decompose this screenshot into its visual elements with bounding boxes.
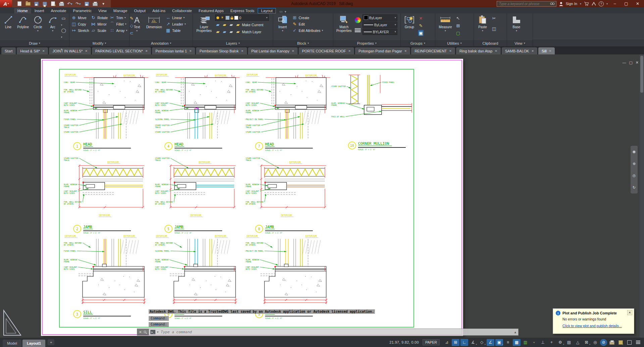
scrollbar-thumb[interactable] (640, 56, 643, 93)
vertical-scrollbar[interactable] (640, 54, 644, 338)
command-customize-icon[interactable] (144, 331, 147, 334)
panel-label-clipboard[interactable]: Clipboard (474, 40, 507, 46)
scale-button[interactable]: ▱Scale (91, 27, 108, 34)
command-close-icon[interactable]: ✕ (139, 330, 142, 334)
cut-button[interactable]: ✂ (491, 15, 497, 21)
circle-dropdown-icon[interactable]: ▾ (37, 29, 39, 33)
file-tab-ring-balok-dan-atap[interactable]: Ring balok dan Atap✕ (456, 47, 501, 54)
insert-button[interactable]: Insert▾ (275, 14, 290, 33)
ribbon-tab-express-tools[interactable]: Express Tools (227, 8, 258, 13)
layer-select[interactable]: ☀ 0 ▾ (215, 14, 269, 21)
circle-button[interactable]: Circle▾ (31, 14, 44, 33)
text-button[interactable]: A Text▾ (131, 14, 143, 33)
batch-plot-icon[interactable] (92, 1, 98, 6)
match-properties-button[interactable]: Match Properties (335, 14, 353, 33)
ribbon-tab-view[interactable]: View (95, 8, 110, 13)
panel-label-annotation[interactable]: Annotation▾ (130, 40, 193, 46)
upload-mobile-icon[interactable] (50, 1, 56, 6)
drawing-area[interactable]: INTERIOREXTERIORCONC. BEAMFIN. WALL BEYO… (0, 54, 644, 338)
panel-label-utilities[interactable]: Utilities▾ (435, 40, 474, 46)
base-button[interactable]: Base▾ (509, 14, 524, 33)
space-tab-layout1[interactable]: Layout1 (22, 340, 45, 347)
fillet-button[interactable]: ⌒Fillet▾ (109, 21, 127, 27)
arc-dropdown-icon[interactable]: ▾ (52, 29, 53, 33)
paper-space-toggle[interactable]: PAPER (423, 339, 440, 345)
lineweight-icon[interactable]: ≡ (504, 339, 512, 346)
panel-label-layers[interactable]: Layers▾ (193, 40, 273, 46)
tab-close-icon[interactable]: ✕ (189, 49, 192, 53)
quick-properties-icon[interactable]: ▤ (565, 339, 573, 346)
polyline-button[interactable]: Polyline (16, 14, 30, 29)
new-layout-button[interactable]: + (48, 339, 54, 345)
file-tab-head-sill-[interactable]: Head & Sill*✕ (17, 47, 48, 54)
file-tab-parking-level-section-[interactable]: PARKING LEVEL SECTION*✕ (92, 47, 151, 54)
object-snap-icon[interactable]: ▣▾ (495, 339, 503, 346)
file-tab-start[interactable]: Start (1, 47, 16, 54)
line-button[interactable]: Line (2, 14, 15, 29)
file-tab-joint-in-walls-[interactable]: JOINT IN WALLS*✕ (49, 47, 91, 54)
layer-properties-button[interactable]: Layer Properties (195, 14, 213, 33)
selection-cycling-icon[interactable]: ▥ (522, 339, 529, 346)
user-icon[interactable] (559, 2, 563, 6)
edit-attributes-button[interactable]: ✓Edit Attributes▾ (292, 27, 323, 34)
quick-calc-button[interactable]: ⊞ (455, 23, 461, 29)
layout-viewport[interactable]: INTERIOREXTERIORCONC. BEAMFIN. WALL BEYO… (41, 59, 463, 336)
group-edit-button[interactable]: ✎ (418, 23, 424, 29)
arc-button[interactable]: Arc▾ (46, 14, 59, 33)
linetype-select[interactable]: BYLAYER▾ (362, 29, 397, 35)
help-search-box[interactable] (497, 1, 556, 7)
tab-close-icon[interactable]: ✕ (531, 49, 534, 53)
file-tab-porte-cochere-roof[interactable]: PORTE COCHERE ROOF✕ (299, 47, 354, 54)
orbit-icon[interactable]: ↻ (633, 185, 636, 190)
lineweight-select[interactable]: ByLayer▾ (362, 21, 397, 28)
ribbon-tab-layout[interactable]: Layout (258, 8, 276, 13)
annotation-visibility-icon[interactable]: ◎ (591, 339, 599, 346)
panel-label-draw[interactable]: Draw▾ (0, 40, 69, 46)
ribbon-tab-insert[interactable]: Insert (31, 8, 48, 13)
command-recent-dropdown-icon[interactable]: ▾ (157, 331, 158, 334)
ellipse-button[interactable]: ◯▾ (61, 27, 67, 39)
doc-close-icon[interactable]: ✕ (636, 60, 639, 65)
quick-select-button[interactable]: ↖ (455, 15, 461, 21)
panel-label-view[interactable]: View▾ (507, 40, 533, 46)
fullscreen-icon[interactable] (626, 339, 633, 346)
file-tab-plat-lantai-dan-kanopy[interactable]: Plat Lantai dan Kanopy✕ (248, 47, 298, 54)
plot-status-icon[interactable] (608, 339, 616, 346)
file-tab-pembesian-lantai-1[interactable]: Pembesian lantai 1✕ (152, 47, 195, 54)
file-tab-potongan-pond-dan-pagar[interactable]: Potongan Pond dan Pagar✕ (355, 47, 410, 54)
ribbon-tab-manage[interactable]: Manage (110, 8, 131, 13)
steering-wheel-icon[interactable]: ◉ (633, 149, 636, 154)
command-expand-icon[interactable]: ▲ (514, 331, 517, 334)
dynamic-ucs-icon[interactable]: ⊥ (539, 339, 547, 346)
plot-icon[interactable] (59, 1, 64, 6)
new-file-icon[interactable] (17, 1, 22, 6)
edit-block-button[interactable]: ✎Edit (292, 21, 323, 27)
array-button[interactable]: ∷Array▾ (109, 27, 127, 34)
group-selection-toggle[interactable]: ▣ (418, 30, 424, 36)
3d-object-snap-icon[interactable]: ▫ (530, 339, 538, 346)
command-line[interactable]: >_ ▾ ▲ (149, 329, 518, 336)
tab-close-icon[interactable]: ✕ (145, 49, 148, 53)
tab-close-icon[interactable]: ✕ (292, 49, 294, 53)
zoom-extents-icon[interactable]: ◎ (633, 173, 636, 178)
linear-button[interactable]: ↔Linear▾ (165, 14, 186, 21)
stretch-button[interactable]: ↦Stretch (71, 27, 89, 34)
file-tab-samb-balok[interactable]: SAMB-BALOK✕ (502, 47, 537, 54)
search-input[interactable] (498, 1, 550, 6)
open-folder-icon[interactable] (25, 1, 31, 6)
tab-close-icon[interactable]: ✕ (241, 49, 244, 53)
pan-icon[interactable]: ⊕ (633, 162, 636, 166)
help-dropdown-icon[interactable]: ▾ (606, 2, 608, 5)
tab-close-icon[interactable]: ✕ (42, 49, 45, 53)
doc-minimize-icon[interactable]: — (622, 60, 626, 65)
undo-icon[interactable]: ↶▾ (67, 1, 72, 6)
save-icon[interactable] (34, 1, 39, 6)
grid-ortho-mode-icon[interactable]: ∟ (460, 339, 468, 346)
tab-close-icon[interactable]: ✕ (449, 49, 452, 53)
tab-close-icon[interactable]: ✕ (85, 49, 88, 53)
ribbon-tab-collaborate[interactable]: Collaborate (169, 8, 195, 13)
save-as-icon[interactable] (42, 1, 47, 6)
help-icon[interactable]: ? (599, 1, 604, 6)
notification-link[interactable]: Click to view plot and publish details..… (562, 324, 622, 328)
cart-icon[interactable] (584, 2, 589, 6)
